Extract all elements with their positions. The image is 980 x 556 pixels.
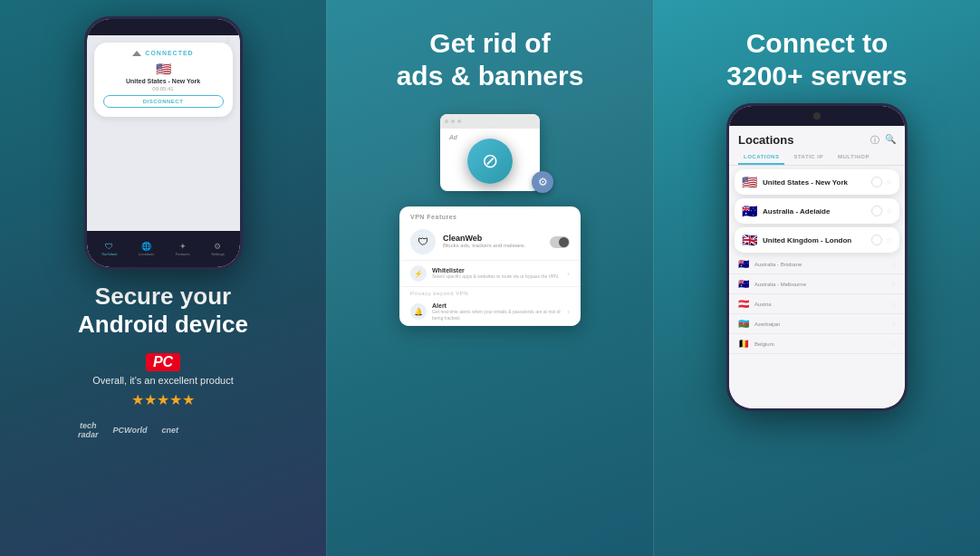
cleanweb-toggle[interactable] bbox=[550, 236, 570, 248]
phone-screen-left: CONNECTED 🇺🇸 United States - New York 00… bbox=[87, 19, 240, 267]
nav-item-settings[interactable]: ⚙ Settings bbox=[211, 242, 224, 256]
location-item-us[interactable]: 🇺🇸 United States - New York ☆ bbox=[735, 169, 899, 195]
location-item-azerbaijan[interactable]: 🇦🇿 Azerbaijan ☆ bbox=[729, 314, 905, 334]
cnet-logo: cnet bbox=[161, 426, 178, 435]
info-icon: ⓘ bbox=[870, 134, 879, 147]
austria-flag: 🇦🇹 bbox=[738, 299, 749, 309]
cleanweb-icon: 🛡 bbox=[410, 229, 436, 254]
belgium-flag: 🇧🇪 bbox=[738, 339, 749, 349]
location-item-uk[interactable]: 🇬🇧 United Kingdom - London ☆ bbox=[735, 227, 899, 253]
us-location-actions: ☆ bbox=[871, 177, 892, 187]
phone-status-bar bbox=[87, 19, 240, 35]
location-item-au-brisbane[interactable]: 🇦🇺 Australia - Brisbane ☆ bbox=[729, 254, 905, 274]
whitelister-text: Whitelister Select specific apps & websi… bbox=[432, 267, 562, 280]
alert-desc: Get real-time alerts when your emails & … bbox=[432, 309, 562, 321]
phone-location-text: United States - New York bbox=[103, 78, 224, 84]
azerbaijan-star-icon: ☆ bbox=[891, 321, 896, 327]
pcworld-logo: PCWorld bbox=[113, 426, 148, 435]
uk-star-icon: ☆ bbox=[886, 236, 892, 244]
phone-navigation: 🛡 Surfshark 🌐 Locations ✦ Features ⚙ Set… bbox=[87, 231, 240, 267]
location-list: 🇺🇸 United States - New York ☆ 🇦🇺 Austral… bbox=[729, 166, 905, 408]
alert-chevron-icon: › bbox=[567, 308, 570, 316]
search-icon[interactable]: 🔍 bbox=[885, 134, 896, 147]
location-item-au[interactable]: 🇦🇺 Australia - Adelaide ☆ bbox=[735, 198, 899, 224]
azerbaijan-flag: 🇦🇿 bbox=[738, 319, 749, 329]
browser-bar bbox=[440, 114, 540, 129]
features-card: VPN Features 🛡 CleanWeb Blocks ads, trac… bbox=[399, 206, 581, 326]
us-select-icon bbox=[871, 177, 882, 187]
left-headline: Secure your Android device bbox=[78, 283, 248, 339]
ad-illustration: Ad ⊘ ⚙ bbox=[431, 107, 549, 197]
mid-headline-line1: Get rid of bbox=[429, 28, 550, 58]
us-flag: 🇺🇸 bbox=[103, 62, 224, 76]
disconnect-button[interactable]: DISCONNECT bbox=[103, 95, 224, 108]
nav-surfshark-label: Surfshark bbox=[101, 252, 117, 256]
nav-surfshark-icon: 🛡 bbox=[105, 242, 113, 251]
panel-right: Connect to 3200+ servers Locations ⓘ 🔍 L… bbox=[654, 0, 980, 556]
au-brisbane-star-icon: ☆ bbox=[891, 261, 896, 267]
whitelister-icon: ⚡ bbox=[410, 265, 427, 282]
whitelister-feature-item: ⚡ Whitelister Select specific apps & web… bbox=[399, 261, 581, 287]
uk-location-name: United Kingdom - London bbox=[763, 236, 866, 244]
belgium-star-icon: ☆ bbox=[891, 340, 896, 347]
locations-header: Locations ⓘ 🔍 bbox=[729, 126, 905, 150]
pc-tagline: Overall, it's an excellent product bbox=[92, 375, 234, 386]
privacy-section-label: Privacy beyond VPN bbox=[399, 287, 581, 298]
cleanweb-name: CleanWeb bbox=[443, 234, 543, 243]
tab-locations[interactable]: LOCATIONS bbox=[738, 150, 784, 165]
features-card-header: VPN Features bbox=[399, 206, 581, 224]
location-item-belgium[interactable]: 🇧🇪 Belgium ☆ bbox=[729, 334, 905, 354]
locations-tabs: LOCATIONS STATIC IP MULTIHOP bbox=[729, 150, 905, 166]
right-headline-line2: 3200+ servers bbox=[726, 61, 907, 91]
au-melbourne-flag: 🇦🇺 bbox=[738, 279, 749, 289]
location-item-austria[interactable]: 🇦🇹 Austria ☆ bbox=[729, 294, 905, 314]
block-icon: ⊘ bbox=[467, 139, 513, 184]
nav-locations-icon: 🌐 bbox=[141, 242, 151, 251]
au-select-icon bbox=[871, 206, 882, 216]
whitelister-desc: Select specific apps & websites to route… bbox=[432, 273, 562, 280]
austria-star-icon: ☆ bbox=[891, 301, 896, 307]
media-logos: techradar PCWorld cnet bbox=[78, 421, 248, 439]
nav-item-locations[interactable]: 🌐 Locations bbox=[139, 242, 154, 256]
alert-text: Alert Get real-time alerts when your ema… bbox=[432, 302, 562, 321]
right-text-area: Connect to 3200+ servers bbox=[708, 27, 925, 92]
tab-static-ip[interactable]: STATIC IP bbox=[788, 150, 829, 165]
phone-mockup-right: Locations ⓘ 🔍 LOCATIONS STATIC IP MULTIH… bbox=[726, 103, 908, 411]
au-brisbane-name: Australia - Brisbane bbox=[754, 262, 886, 267]
phone-mockup-left: CONNECTED 🇺🇸 United States - New York 00… bbox=[84, 16, 243, 270]
azerbaijan-name: Azerbaijan bbox=[754, 321, 886, 327]
phone-camera-right bbox=[813, 112, 821, 120]
au-location-actions: ☆ bbox=[871, 206, 892, 216]
panel-mid: Get rid of ads & banners Ad ⊘ ⚙ VPN Feat… bbox=[326, 0, 654, 556]
star-rating: ★★★★★ bbox=[131, 391, 195, 408]
uk-select-icon bbox=[871, 235, 882, 245]
austria-name: Austria bbox=[754, 302, 886, 307]
nav-item-features[interactable]: ✦ Features bbox=[176, 242, 190, 256]
au-flag: 🇦🇺 bbox=[742, 204, 757, 218]
phone-screen-right: Locations ⓘ 🔍 LOCATIONS STATIC IP MULTIH… bbox=[729, 106, 905, 408]
uk-flag: 🇬🇧 bbox=[742, 233, 757, 247]
cleanweb-desc: Blocks ads, trackers and malware. bbox=[443, 243, 543, 250]
nav-settings-label: Settings bbox=[211, 252, 224, 256]
nav-locations-label: Locations bbox=[139, 252, 154, 256]
mid-headline: Get rid of ads & banners bbox=[397, 27, 584, 92]
pc-badge: PC Overall, it's an excellent product ★★… bbox=[78, 353, 248, 408]
nav-features-icon: ✦ bbox=[179, 242, 187, 251]
phone-content: CONNECTED 🇺🇸 United States - New York 00… bbox=[87, 35, 240, 231]
alert-name: Alert bbox=[432, 302, 562, 309]
nav-features-label: Features bbox=[176, 252, 190, 256]
mid-headline-line2: ads & banners bbox=[397, 61, 584, 91]
location-item-au-melbourne[interactable]: 🇦🇺 Australia - Melbourne ☆ bbox=[729, 274, 905, 294]
phone-notch bbox=[145, 24, 181, 31]
whitelister-chevron-icon: › bbox=[567, 270, 570, 278]
locations-title: Locations bbox=[738, 133, 793, 147]
browser-dot-1 bbox=[445, 120, 448, 123]
connected-status-label: CONNECTED bbox=[145, 50, 193, 56]
nav-item-surfshark[interactable]: 🛡 Surfshark bbox=[101, 242, 117, 256]
pc-logo: PC bbox=[146, 353, 180, 371]
tab-multihop[interactable]: MULTIHOP bbox=[832, 150, 875, 165]
nav-settings-icon: ⚙ bbox=[214, 242, 221, 251]
au-melbourne-name: Australia - Melbourne bbox=[754, 282, 886, 287]
us-location-name: United States - New York bbox=[763, 178, 866, 187]
chevron-up-icon bbox=[132, 51, 141, 56]
